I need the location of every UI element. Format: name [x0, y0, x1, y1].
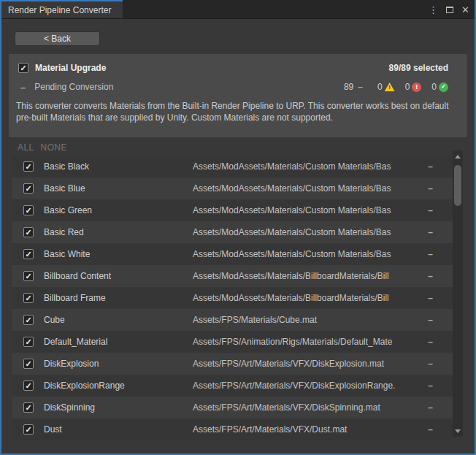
table-row[interactable]: ✓ DiskExplosion Assets/FPS/Art/Materials… [12, 353, 453, 375]
warning-count: 0 [377, 82, 383, 92]
close-icon[interactable]: ✕ [461, 5, 469, 15]
selection-links: ALL NONE [18, 142, 67, 153]
material-name: DiskSpinning [44, 402, 193, 413]
row-status-dash-icon: – [428, 205, 433, 215]
converter-checkbox[interactable]: ✓ [18, 63, 28, 73]
check-icon: ✓ [25, 382, 31, 390]
scroll-up-icon[interactable] [453, 152, 463, 161]
row-status-dash-icon: – [428, 359, 433, 369]
row-checkbox[interactable]: ✓ [23, 271, 34, 281]
check-icon: ✓ [25, 316, 31, 324]
row-checkbox[interactable]: ✓ [23, 183, 34, 194]
table-row[interactable]: ✓ Dust Assets/FPS/Art/Materials/VFX/Dust… [12, 418, 453, 440]
row-checkbox[interactable]: ✓ [23, 293, 34, 303]
row-status-dash-icon: – [428, 402, 433, 413]
row-checkbox[interactable]: ✓ [23, 381, 34, 391]
error-count: 0 [405, 82, 410, 92]
window-menu-icon[interactable]: ⋮ [429, 5, 438, 15]
materials-list: ✓ Basic Black Assets/ModAssets/Materials… [12, 156, 453, 440]
material-name: Dust [44, 424, 193, 435]
check-icon: ✓ [25, 229, 31, 237]
material-name: DiskExplosion [44, 359, 193, 369]
list-scrollbar[interactable] [453, 150, 463, 437]
material-path: Assets/FPS/Art/Materials/VFX/Dust.mat [193, 424, 423, 435]
material-name: Default_Material [44, 337, 193, 347]
warning-icon: ! [385, 83, 395, 91]
material-path: Assets/FPS/Art/Materials/VFX/DiskExplosi… [193, 359, 423, 369]
row-checkbox[interactable]: ✓ [23, 161, 34, 172]
table-row[interactable]: ✓ Billboard Content Assets/ModAssets/Mat… [12, 265, 453, 287]
row-status-dash-icon: – [428, 249, 433, 259]
error-icon: ! [412, 83, 421, 92]
material-path: Assets/ModAssets/Materials/Custom Materi… [193, 227, 423, 237]
success-count: 0 [431, 82, 437, 92]
row-checkbox[interactable]: ✓ [23, 359, 34, 369]
pending-counts: 89 – 0 ! 0 ! 0 ✓ [344, 82, 448, 92]
table-row[interactable]: ✓ DiskExplosionRange Assets/FPS/Art/Mate… [12, 375, 453, 397]
table-row[interactable]: ✓ Basic Green Assets/ModAssets/Materials… [12, 199, 453, 221]
scroll-down-icon[interactable] [453, 427, 463, 435]
row-status-dash-icon: – [428, 271, 433, 281]
table-row[interactable]: ✓ Basic Blue Assets/ModAssets/Materials/… [12, 177, 453, 199]
material-name: Billboard Frame [44, 293, 193, 303]
select-all-link[interactable]: ALL [18, 142, 34, 153]
material-path: Assets/ModAssets/Materials/BillboardMate… [193, 271, 423, 281]
table-row[interactable]: ✓ Cube Assets/FPS/Materials/Cube.mat – [12, 309, 453, 331]
material-path: Assets/ModAssets/Materials/Custom Materi… [193, 161, 423, 172]
material-name: Basic Black [44, 161, 193, 172]
table-row[interactable]: ✓ Basic White Assets/ModAssets/Materials… [12, 243, 453, 265]
row-checkbox[interactable]: ✓ [23, 227, 34, 237]
select-none-link[interactable]: NONE [41, 142, 67, 153]
check-icon: ✓ [25, 251, 31, 259]
check-icon: ✓ [25, 294, 31, 302]
check-icon: ✓ [20, 64, 26, 72]
table-row[interactable]: ✓ Default_Material Assets/FPS/Animation/… [12, 331, 453, 353]
titlebar: Render Pipeline Converter ⋮ ✕ [0, 0, 476, 19]
check-icon: ✓ [25, 185, 31, 193]
material-path: Assets/FPS/Art/Materials/VFX/DiskSpinnin… [193, 402, 423, 413]
material-name: Billboard Content [44, 271, 193, 281]
row-status-dash-icon: – [428, 381, 433, 391]
row-checkbox[interactable]: ✓ [23, 249, 34, 259]
row-status-dash-icon: – [428, 424, 433, 435]
row-status-dash-icon: – [428, 227, 433, 237]
material-path: Assets/ModAssets/Materials/Custom Materi… [193, 205, 423, 215]
pending-conversion-row[interactable]: – Pending Conversion 89 – 0 ! 0 ! 0 ✓ [9, 77, 467, 96]
table-row[interactable]: ✓ Basic Black Assets/ModAssets/Materials… [12, 156, 453, 177]
check-icon: ✓ [25, 360, 31, 368]
pending-dash-icon: – [358, 82, 363, 92]
back-button[interactable]: < Back [15, 31, 100, 46]
material-name: Basic Red [44, 227, 193, 237]
converter-description: This converter converts Materials from t… [9, 96, 467, 123]
row-checkbox[interactable]: ✓ [23, 337, 34, 347]
converter-header: ✓ Material Upgrade 89/89 selected [9, 54, 467, 77]
tab-render-pipeline-converter[interactable]: Render Pipeline Converter [0, 0, 123, 18]
scrollbar-thumb[interactable] [454, 165, 461, 206]
render-pipeline-converter-window: Render Pipeline Converter ⋮ ✕ < Back ✓ M… [0, 0, 476, 455]
check-icon: ✓ [25, 207, 31, 215]
maximize-icon[interactable] [446, 7, 453, 13]
table-row[interactable]: ✓ Basic Red Assets/ModAssets/Materials/C… [12, 221, 453, 243]
row-status-dash-icon: – [428, 161, 433, 172]
check-icon: ✓ [25, 404, 31, 412]
material-path: Assets/ModAssets/Materials/BillboardMate… [193, 293, 423, 303]
pending-count: 89 [344, 82, 353, 92]
pending-label: Pending Conversion [34, 82, 113, 92]
converter-title: Material Upgrade [35, 63, 106, 73]
check-icon: ✓ [25, 426, 31, 434]
row-checkbox[interactable]: ✓ [23, 402, 34, 413]
row-status-dash-icon: – [428, 293, 433, 303]
row-checkbox[interactable]: ✓ [23, 315, 34, 325]
check-icon: ✓ [25, 272, 31, 280]
table-row[interactable]: ✓ Billboard Frame Assets/ModAssets/Mater… [12, 287, 453, 309]
table-row[interactable]: ✓ DiskSpinning Assets/FPS/Art/Materials/… [12, 397, 453, 418]
material-path: Assets/FPS/Animation/Rigs/Materials/Defa… [193, 337, 423, 347]
check-icon: ✓ [25, 338, 31, 346]
selected-count: 89/89 selected [389, 63, 448, 73]
row-checkbox[interactable]: ✓ [23, 424, 34, 435]
material-name: Cube [44, 315, 193, 325]
collapse-minus-icon[interactable]: – [20, 83, 26, 92]
converter-panel: ✓ Material Upgrade 89/89 selected – Pend… [9, 54, 467, 137]
material-path: Assets/FPS/Art/Materials/VFX/DiskExplosi… [193, 381, 423, 391]
row-checkbox[interactable]: ✓ [23, 205, 34, 215]
